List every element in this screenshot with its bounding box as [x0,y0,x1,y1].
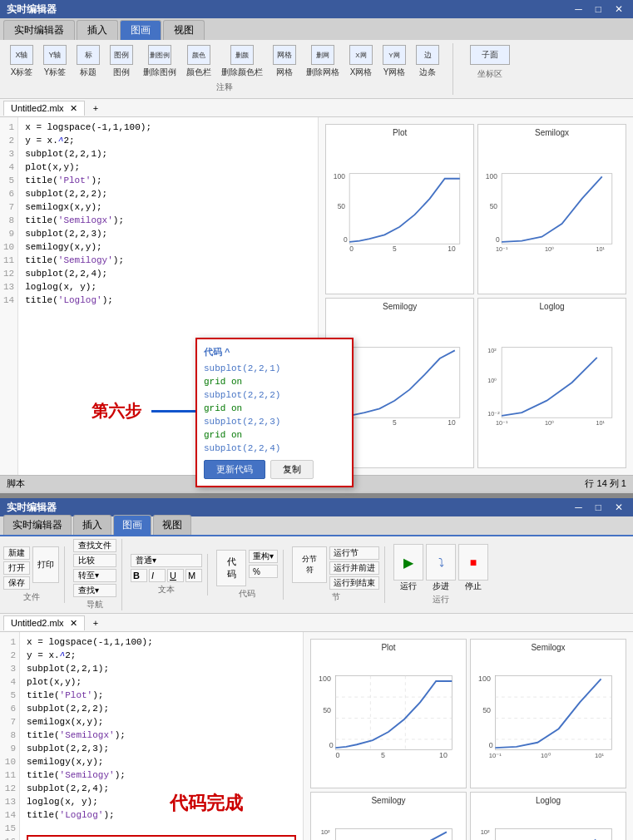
popup-line-1: subplot(2,2,1) [204,362,345,375]
min-icon-bottom[interactable]: ─ [571,502,586,513]
step-btn-label: 步进 [433,581,449,592]
section-break-btn[interactable]: 分节符 [292,546,327,583]
step-large-btn[interactable]: ⤵ [426,544,456,581]
normal-btn[interactable]: 普通▾ [131,554,202,567]
ribbon-axis-item[interactable]: 子面 [467,43,513,67]
copy-btn[interactable]: 复制 [270,460,314,479]
svg-text:100: 100 [478,674,491,683]
max-icon-bottom[interactable]: □ [592,502,605,513]
tab2-view[interactable]: 视图 [153,515,191,535]
ylabel-icon: Y轴 [43,45,67,65]
file-section-label: 文件 [3,591,59,603]
ribbon-grid[interactable]: 网格 网格 [270,43,299,80]
new-open-save-group: 新建 打开 保存 [3,546,30,590]
bold-btn[interactable]: B [131,569,147,582]
update-code-btn[interactable]: 更新代码 [204,460,265,479]
tab-realtime-editor[interactable]: 实时编辑器 [3,20,75,40]
compare-btn[interactable]: 比较 [73,554,116,567]
status-position-top: 行 14 列 1 [585,477,626,490]
print-btn[interactable]: 打印 [32,546,59,583]
tab-chart[interactable]: 图画 [120,20,161,40]
bln15: 15 [3,822,16,835]
bcl13: loglog(x, y); [27,795,296,808]
svg-text:10⁻¹: 10⁻¹ [489,752,502,759]
ribbon-colorbar[interactable]: 颜色 颜色栏 [183,43,215,80]
tab2-chart[interactable]: 图画 [113,515,151,535]
ribbon2-nav-section: 查找文件 比较 转至▾ 查找▾ 导航 [73,539,122,610]
bln1: 1 [3,635,16,649]
bln9: 9 [3,742,16,755]
svg-text:50: 50 [323,706,331,714]
check-file-btn[interactable]: 查找文件 [73,539,116,552]
run-end-btn[interactable]: 运行到结束 [329,576,379,590]
find-btn[interactable]: 查找▾ [73,584,116,597]
ln12: 12 [3,267,14,280]
tab-insert[interactable]: 插入 [77,20,118,40]
file-tab-close-bottom[interactable]: ✕ [70,618,77,628]
ribbon-xlabel[interactable]: X轴 X标签 [7,43,37,80]
code-editor-bottom[interactable]: x = logspace(-1,1,100); y = x.^2; subplo… [20,632,303,840]
refactor-btn[interactable]: 重构▾ [249,550,278,563]
file-tab-untitled[interactable]: Untitled2.mlx ✕ [3,101,85,116]
run-advance-btn[interactable]: 运行并前进 [329,561,379,575]
ribbon-ylabel[interactable]: Y轴 Y标签 [40,43,70,80]
close-icon[interactable]: ✕ [611,3,626,15]
ribbon-title[interactable]: 标 标题 [73,43,103,80]
run-large-btn[interactable]: ▶ [393,544,423,581]
colorbar-label: 颜色栏 [186,67,211,78]
code-section-label: 代码 [216,588,278,600]
tab-view[interactable]: 视图 [163,20,205,40]
status-type-top: 脚本 [7,477,25,490]
underline-btn[interactable]: U [167,569,184,582]
max-icon[interactable]: □ [592,3,605,15]
bln10: 10 [3,755,16,768]
italic-btn[interactable]: I [149,569,166,582]
svg-text:0: 0 [496,235,500,244]
tab2-insert[interactable]: 插入 [73,515,111,535]
ribbon-legend[interactable]: 图例 图例 [106,43,136,80]
remove-grid-icon: 删网 [311,45,334,65]
min-icon[interactable]: ─ [571,3,586,15]
ribbon-group-annotation: X轴 X标签 Y轴 Y标签 标 标题 图例 图例 删图例 删除图例 [7,43,453,95]
code-large-btn[interactable]: 代码 [216,550,246,586]
run-section-label: 运行 [393,594,488,605]
bln13: 13 [3,795,16,808]
code-line-11: title('Semilogy'); [25,254,311,267]
file-tab-add-bottom[interactable]: + [88,616,103,630]
ribbon-edge[interactable]: 边 边条 [413,43,443,80]
file-tab-bottom-untitled[interactable]: Untitled2.mlx ✕ [3,615,85,630]
bcl12: subplot(2,2,4); [27,782,296,795]
file-tab-close[interactable]: ✕ [70,103,77,113]
bcl7: semilogx(x,y); [27,715,296,729]
file-tab-add[interactable]: + [88,101,103,115]
ribbon-remove-legend[interactable]: 删图例 删除图例 [140,43,180,80]
tab2-realtime[interactable]: 实时编辑器 [3,515,72,535]
open-btn[interactable]: 打开 [3,561,30,575]
bln6: 6 [3,702,16,715]
goto-btn[interactable]: 转至▾ [73,569,116,582]
new-btn[interactable]: 新建 [3,546,30,560]
edge-icon: 边 [416,45,439,65]
plot-title-plot-b: Plot [314,643,462,652]
plot-svg-plot-b: 0 5 10 0 50 100 [314,652,462,784]
stop-large-btn[interactable]: ■ [458,544,488,581]
ribbon-ygrid[interactable]: Y网 Y网格 [379,43,409,80]
ribbon-group-axis: 子面 坐标区 [467,43,523,82]
popup-line-3: subplot(2,2,2) [204,388,345,402]
svg-text:10⁻¹: 10⁻¹ [496,419,508,427]
code-line-4: plot(x,y); [25,161,311,174]
ribbon-remove-colorbar[interactable]: 删颜 删除颜色栏 [218,43,266,80]
ribbon-xgrid[interactable]: X网 X网格 [346,43,376,80]
run-large-btn-wrap: ▶ 运行 [393,544,423,592]
close-icon-bottom[interactable]: ✕ [611,502,626,513]
section-btns: 分节符 运行节 运行并前进 运行到结束 [292,546,379,590]
run-section-btn[interactable]: 运行节 [329,546,379,560]
bln2: 2 [3,649,16,662]
save-btn[interactable]: 保存 [3,576,30,590]
popup-line-5: subplot(2,2,3) [204,415,345,428]
file-tab-bar-bottom: Untitled2.mlx ✕ + [0,614,633,632]
percent-btn[interactable]: % [249,565,278,578]
grid-label: 网格 [276,67,293,78]
ribbon-remove-grid[interactable]: 删网 删除网格 [303,43,343,80]
strike-btn[interactable]: M [185,569,202,582]
